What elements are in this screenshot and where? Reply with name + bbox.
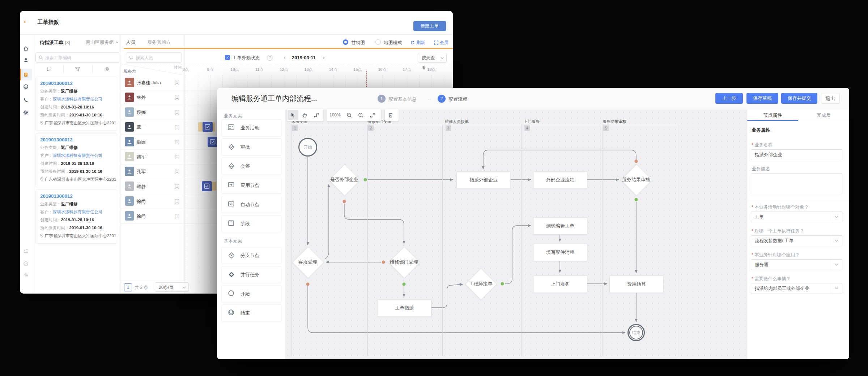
view-mode-select[interactable]: 按天查看 (418, 53, 447, 63)
sidebar-bottom-preferences[interactable] (20, 269, 32, 281)
refresh-button[interactable]: 刷新 (410, 40, 425, 46)
flow-node-test-edit-order[interactable]: 测试编辑工单 (533, 217, 587, 235)
sidebar-item-home[interactable] (20, 42, 32, 54)
flow-node-external-flow[interactable]: 外部企业流程 (533, 171, 587, 189)
zoom-out-icon[interactable] (356, 110, 366, 120)
gantt-task-check-icon[interactable] (208, 137, 218, 147)
map-mode-radio[interactable]: 地图模式 (375, 39, 402, 46)
sidebar-bottom-menu[interactable] (20, 245, 32, 257)
work-order-card[interactable]: 201901300012业务类型：返厂维修客户：深圳水漾科技有限责任公司创建时间… (35, 133, 117, 187)
tab-people[interactable]: 人员 (126, 39, 453, 46)
page-size-select[interactable]: 20条/页 (155, 282, 189, 292)
person-row[interactable]: 徐尚[1] (120, 209, 184, 224)
order-source-select[interactable]: 流程发起数据/ 工单 (751, 235, 842, 246)
gantt-radio[interactable]: 甘特图 (343, 39, 365, 46)
date-prev-button[interactable]: ‹ (284, 55, 286, 60)
page-number-button[interactable]: 1 (124, 283, 132, 291)
help-circle-icon[interactable]: ? (267, 55, 273, 61)
sidebar-item-service[interactable] (20, 81, 32, 92)
save-submit-button[interactable]: 保存并提交 (781, 93, 817, 104)
person-row[interactable]: 张嘉佳 Julia[1] (120, 75, 184, 90)
pointer-tool[interactable] (288, 110, 298, 120)
object-select[interactable]: 工单 (751, 212, 842, 222)
work-order-card[interactable]: 201901300012业务类型：返厂维修客户：深圳水漾科技有限责任公司创建时间… (35, 189, 117, 244)
flow-node-fill-parts[interactable]: 填写配件消耗 (533, 244, 587, 261)
settings-icon[interactable] (104, 67, 109, 72)
palette-item-app-node[interactable]: 应用节点 (221, 177, 281, 194)
prev-step-button[interactable]: 上一步 (715, 93, 743, 104)
palette-item-countersign[interactable]: 会签 (221, 158, 281, 175)
customer-link[interactable]: 深圳水漾科技有限责任公司 (53, 210, 103, 214)
pending-orders-label[interactable]: 待指派工单 [3] (40, 39, 70, 46)
order-id-link[interactable]: 201901300012 (40, 193, 112, 199)
business-desc-textarea[interactable] (751, 173, 842, 194)
gantt-task-check-icon[interactable] (202, 181, 212, 191)
work-order-card[interactable]: 201901300012业务类型：返厂维修客户：深圳水漾科技有限责任公司创建时间… (35, 77, 117, 131)
palette-item-approve[interactable]: 审批 (221, 138, 281, 155)
tab-node-properties[interactable]: 节点属性 (747, 110, 798, 121)
avatar (125, 181, 134, 191)
person-order-count: [1] (175, 124, 179, 129)
customer-link[interactable]: 深圳水漾科技有限责任公司 (53, 153, 103, 158)
pan-tool[interactable] (299, 110, 310, 120)
sidebar-bottom-help[interactable]: ? (20, 258, 32, 269)
new-order-button[interactable]: 新建工单 (413, 21, 446, 31)
palette-item-stage[interactable]: 阶段 (221, 215, 281, 232)
gantt-task-bar[interactable] (212, 182, 216, 191)
person-row[interactable]: 覃一[1] (120, 120, 184, 135)
person-row[interactable]: 徐尚[1] (120, 194, 184, 209)
palette-item-act-card[interactable]: 业务活动 (221, 119, 281, 136)
person-row[interactable]: 林外[1] (120, 90, 184, 105)
order-reserve: 预约服务时间：2019-01-30 10:16 (40, 112, 112, 118)
fullscreen-button[interactable]: 全屏 (434, 40, 448, 46)
tab-after-complete[interactable]: 完成后 (798, 110, 849, 121)
palette-item-branch[interactable]: 分支节点 (221, 247, 281, 264)
palette-item-start-o[interactable]: 开始 (221, 285, 281, 302)
trash-icon[interactable] (385, 110, 396, 120)
flow-canvas[interactable]: 客服受理1维修部门受理2维修人员接单3上门服务4服务结果审核5 开始是否外部企业… (285, 110, 747, 359)
palette-item-auto-node[interactable]: 自动节点 (221, 196, 281, 213)
palette-item-parallel[interactable]: 并行任务 (221, 266, 281, 283)
person-row[interactable]: 赖静[1] (120, 179, 184, 194)
palette-item-label: 审批 (241, 144, 250, 150)
radio-icon (375, 39, 381, 45)
flow-node-order-assign[interactable]: 工单指派 (377, 299, 431, 317)
connector-tool[interactable] (311, 110, 322, 120)
zoom-in-icon[interactable] (344, 110, 355, 120)
sidebar-item-settings[interactable] (20, 107, 32, 118)
flow-node-onsite-service[interactable]: 上门服务 (533, 275, 587, 293)
person-row[interactable]: 黎军[1] (120, 149, 184, 164)
group-select[interactable]: 南山区服务组 (86, 39, 119, 46)
element-palette: 业务元素 业务活动审批会签应用节点自动节点阶段 基本元素 分支节点并行任务开始结… (217, 110, 285, 359)
back-chevron-icon[interactable]: ‹ (24, 18, 26, 25)
action-select[interactable]: 指派给内部员工或外部企业 (751, 283, 842, 294)
search-people-input[interactable]: 搜索人员 (126, 52, 182, 63)
flow-node-fee-settle[interactable]: 费用结算 (609, 275, 664, 293)
tab-service-provider[interactable]: 服务实施方 (147, 39, 171, 46)
fit-screen-icon[interactable] (367, 110, 378, 120)
search-order-input[interactable]: 搜索工单编码 (35, 52, 119, 63)
person-row[interactable]: 段娜[1] (120, 105, 184, 120)
sidebar-item-phone[interactable] (20, 94, 32, 106)
order-id-link[interactable]: 201901300012 (40, 137, 112, 142)
outwork-status-checkbox[interactable]: ✓ (225, 55, 230, 60)
save-draft-button[interactable]: 保存草稿 (746, 93, 778, 104)
flow-node-start[interactable]: 开始 (298, 138, 317, 157)
flow-node-assign-external[interactable]: 指派外部企业 (456, 171, 511, 189)
exit-button[interactable]: 退出 (821, 93, 840, 104)
customer-link[interactable]: 深圳水漾科技有限责任公司 (53, 97, 103, 101)
app-select[interactable]: 服务通 (751, 259, 842, 270)
order-id-link[interactable]: 201901300012 (40, 81, 112, 86)
person-row[interactable]: 鹿园[1] (120, 134, 184, 150)
flow-node-end[interactable]: 结束 (627, 324, 645, 341)
sidebar-item-orders[interactable] (20, 69, 32, 80)
date-next-button[interactable]: › (323, 55, 325, 60)
sort-icon[interactable] (46, 67, 51, 72)
chevron-down-icon (831, 283, 842, 294)
person-row[interactable]: 孔军[1] (120, 164, 184, 179)
gantt-task-check-icon[interactable] (203, 122, 213, 132)
sidebar-item-people[interactable] (20, 54, 32, 66)
palette-item-end-o[interactable]: 结束 (221, 304, 281, 321)
filter-icon[interactable] (75, 67, 80, 72)
business-name-input[interactable]: 指派外部企业 (751, 149, 842, 160)
